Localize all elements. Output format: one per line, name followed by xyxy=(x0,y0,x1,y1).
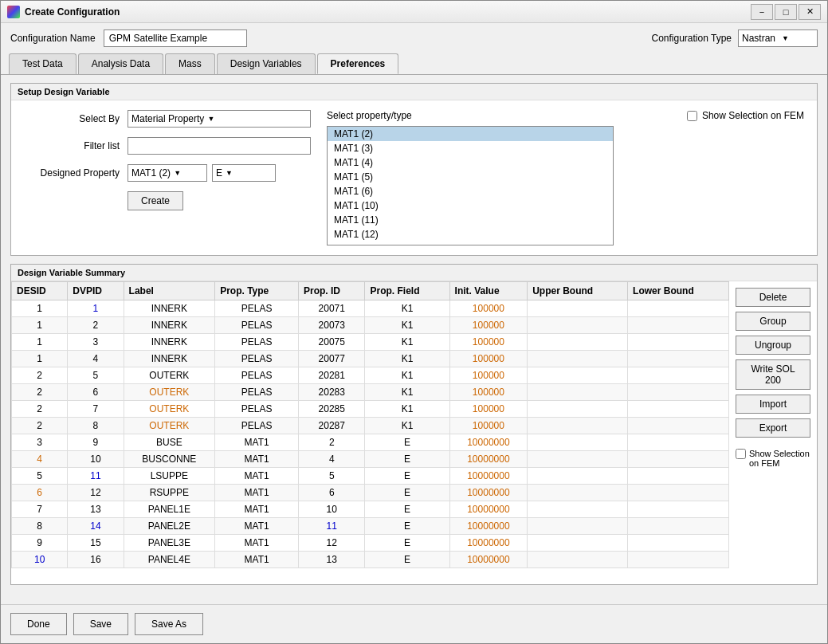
tab-analysis-data[interactable]: Analysis Data xyxy=(78,53,163,74)
cell-prop-field: E xyxy=(365,451,449,468)
col-desid: DESID xyxy=(12,282,68,300)
table-row[interactable]: 3 9 BUSE MAT1 2 E 10000000 xyxy=(12,434,729,451)
cell-label: PANEL3E xyxy=(124,535,215,552)
cell-prop-field: E xyxy=(365,535,449,552)
main-content: Setup Design Variable Select By Material… xyxy=(1,75,827,604)
minimize-button[interactable]: − xyxy=(751,4,773,20)
table-row[interactable]: 7 13 PANEL1E MAT1 10 E 10000000 xyxy=(12,501,729,518)
cell-upper-bound xyxy=(528,485,628,501)
cell-prop-field: E xyxy=(365,485,449,501)
col-lower-bound: Lower Bound xyxy=(628,282,729,300)
table-row[interactable]: 1 2 INNERK PELAS 20073 K1 100000 xyxy=(12,317,729,334)
list-item[interactable]: MAT1 (5) xyxy=(328,170,613,184)
tab-preferences[interactable]: Preferences xyxy=(317,53,399,74)
cell-label: INNERK xyxy=(124,300,215,317)
cell-dvpid: 10 xyxy=(68,451,124,468)
save-as-button[interactable]: Save As xyxy=(135,613,203,635)
list-item[interactable]: MAT1 (4) xyxy=(328,155,613,170)
cell-lower-bound xyxy=(628,384,729,401)
table-row[interactable]: 9 15 PANEL3E MAT1 12 E 10000000 xyxy=(12,535,729,552)
cell-label: PANEL4E xyxy=(124,552,215,568)
cell-upper-bound xyxy=(528,384,628,401)
col-prop-type: Prop. Type xyxy=(215,282,299,300)
ungroup-button[interactable]: Ungroup xyxy=(736,336,810,355)
list-item[interactable]: MAT1 (3) xyxy=(328,141,613,155)
cell-desid: 8 xyxy=(12,518,68,535)
config-name-input[interactable] xyxy=(104,29,247,47)
select-by-dropdown[interactable]: Material Property ▼ xyxy=(128,110,311,128)
list-item[interactable]: MAT1 (11) xyxy=(328,213,613,227)
cell-dvpid: 5 xyxy=(68,367,124,384)
table-row[interactable]: 1 3 INNERK PELAS 20075 K1 100000 xyxy=(12,334,729,351)
designed-prop-label: Designed Property xyxy=(24,167,128,179)
setup-form: Select By Material Property ▼ Filter lis… xyxy=(24,110,311,245)
cell-prop-id: 12 xyxy=(299,535,365,552)
table-row[interactable]: 2 7 OUTERK PELAS 20285 K1 100000 xyxy=(12,401,729,418)
table-row[interactable]: 5 11 LSUPPE MAT1 5 E 10000000 xyxy=(12,468,729,485)
list-item[interactable]: MAT1 (2) xyxy=(328,127,613,141)
cell-lower-bound xyxy=(628,300,729,317)
cell-prop-type: PELAS xyxy=(215,334,299,351)
cell-label: OUTERK xyxy=(124,418,215,434)
export-button[interactable]: Export xyxy=(736,418,810,438)
cell-init-value: 100000 xyxy=(449,317,528,334)
done-button[interactable]: Done xyxy=(10,613,67,635)
group-button[interactable]: Group xyxy=(736,312,810,331)
write-sol-button[interactable]: Write SOL 200 xyxy=(736,359,810,390)
cell-init-value: 10000000 xyxy=(449,485,528,501)
cell-upper-bound xyxy=(528,317,628,334)
cell-prop-id: 10 xyxy=(299,501,365,518)
cell-dvpid: 12 xyxy=(68,485,124,501)
list-item[interactable]: MAT1 (12) xyxy=(328,227,613,242)
designed-prop-e-dropdown[interactable]: E ▼ xyxy=(212,164,276,182)
cell-lower-bound xyxy=(628,367,729,384)
cell-prop-field: E xyxy=(365,434,449,451)
show-fem-checkbox[interactable] xyxy=(687,111,697,121)
cell-label: INNERK xyxy=(124,351,215,367)
table-row[interactable]: 6 12 RSUPPE MAT1 6 E 10000000 xyxy=(12,485,729,501)
filter-input[interactable] xyxy=(128,137,311,155)
create-button[interactable]: Create xyxy=(128,191,183,210)
cell-prop-field: K1 xyxy=(365,300,449,317)
cell-prop-field: K1 xyxy=(365,334,449,351)
cell-desid: 7 xyxy=(12,501,68,518)
config-type-dropdown[interactable]: Nastran ▼ xyxy=(738,29,818,47)
summary-section-title: Design Variable Summary xyxy=(11,265,817,281)
col-upper-bound: Upper Bound xyxy=(528,282,628,300)
cell-desid: 1 xyxy=(12,300,68,317)
filter-row: Filter list xyxy=(24,137,311,155)
table-row[interactable]: 1 4 INNERK PELAS 20077 K1 100000 xyxy=(12,351,729,367)
table-row[interactable]: 2 8 OUTERK PELAS 20287 K1 100000 xyxy=(12,418,729,434)
table-row[interactable]: 8 14 PANEL2E MAT1 11 E 10000000 xyxy=(12,518,729,535)
tab-test-data[interactable]: Test Data xyxy=(9,53,77,74)
list-item[interactable]: MAT1 (10) xyxy=(328,198,613,213)
cell-dvpid: 6 xyxy=(68,384,124,401)
table-row[interactable]: 2 5 OUTERK PELAS 20281 K1 100000 xyxy=(12,367,729,384)
tab-design-variables[interactable]: Design Variables xyxy=(217,53,316,74)
cell-label: LSUPPE xyxy=(124,468,215,485)
config-type-label: Configuration Type xyxy=(651,33,732,44)
table-row[interactable]: 10 16 PANEL4E MAT1 13 E 10000000 xyxy=(12,552,729,568)
cell-init-value: 100000 xyxy=(449,334,528,351)
table-row[interactable]: 2 6 OUTERK PELAS 20283 K1 100000 xyxy=(12,384,729,401)
cell-prop-id: 5 xyxy=(299,468,365,485)
select-by-row: Select By Material Property ▼ xyxy=(24,110,311,128)
tab-mass[interactable]: Mass xyxy=(165,53,215,74)
close-button[interactable]: ✕ xyxy=(799,4,821,20)
list-item[interactable]: MAT1 (6) xyxy=(328,184,613,198)
save-button[interactable]: Save xyxy=(73,613,128,635)
show-fem-row: Select property/type Show Selection on F… xyxy=(327,110,804,121)
table-row[interactable]: 1 1 INNERK PELAS 20071 K1 100000 xyxy=(12,300,729,317)
show-selection-fem-checkbox[interactable] xyxy=(736,449,746,459)
property-list-container[interactable]: MAT1 (2) MAT1 (3) MAT1 (4) MAT1 (5) MAT1… xyxy=(327,126,614,245)
cell-label: OUTERK xyxy=(124,367,215,384)
delete-button[interactable]: Delete xyxy=(736,288,810,307)
designed-prop-dropdown[interactable]: MAT1 (2) ▼ xyxy=(128,164,207,182)
maximize-button[interactable]: □ xyxy=(775,4,797,20)
cell-lower-bound xyxy=(628,552,729,568)
cell-prop-field: K1 xyxy=(365,351,449,367)
cell-dvpid: 1 xyxy=(68,300,124,317)
table-row[interactable]: 4 10 BUSCONNE MAT1 4 E 10000000 xyxy=(12,451,729,468)
table-scroll[interactable]: DESID DVPID Label Prop. Type Prop. ID Pr… xyxy=(11,281,729,584)
import-button[interactable]: Import xyxy=(736,395,810,414)
